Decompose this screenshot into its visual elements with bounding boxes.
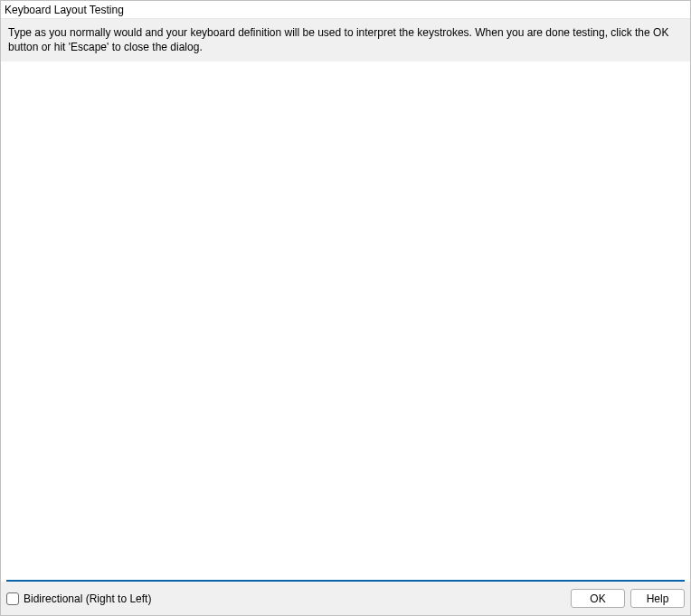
keyboard-test-textarea[interactable] xyxy=(6,63,685,582)
ok-button[interactable]: OK xyxy=(571,589,625,608)
instructions-text: Type as you normally would and your keyb… xyxy=(1,18,690,62)
bidirectional-checkbox-label: Bidirectional (Right to Left) xyxy=(24,592,151,605)
text-input-container xyxy=(6,63,685,582)
bidirectional-checkbox-row[interactable]: Bidirectional (Right to Left) xyxy=(6,592,151,605)
dialog-title: Keyboard Layout Testing xyxy=(1,1,690,18)
button-row: OK Help xyxy=(571,589,685,608)
dialog-footer: Bidirectional (Right to Left) OK Help xyxy=(1,582,690,615)
bidirectional-checkbox[interactable] xyxy=(6,592,19,605)
help-button[interactable]: Help xyxy=(630,589,685,608)
